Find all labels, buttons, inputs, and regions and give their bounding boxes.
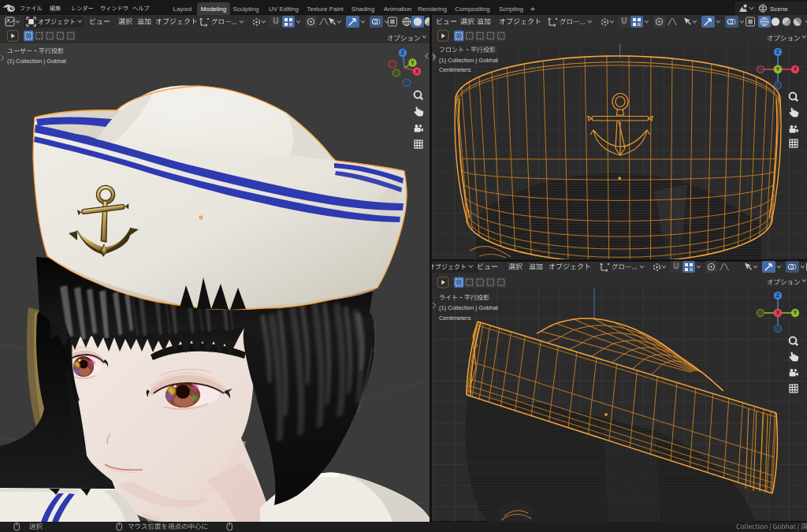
svg-text:(1) Collection | Gobhat: (1) Collection | Gobhat xyxy=(439,57,499,64)
svg-text:Rendering: Rendering xyxy=(418,6,447,13)
svg-text:Y: Y xyxy=(776,66,780,72)
svg-text:Y: Y xyxy=(794,310,798,315)
svg-text:Scene: Scene xyxy=(770,6,788,13)
svg-text:X: X xyxy=(415,69,419,74)
svg-text:X: X xyxy=(794,66,798,72)
svg-text:(1) Collection | Gobhat: (1) Collection | Gobhat xyxy=(7,58,67,65)
svg-text:Centimeters: Centimeters xyxy=(439,314,471,322)
svg-text:X: X xyxy=(776,310,780,315)
svg-text:Y: Y xyxy=(411,60,415,65)
svg-text:(1) Collection | Gobhat: (1) Collection | Gobhat xyxy=(439,304,499,311)
svg-text:Texture Paint: Texture Paint xyxy=(307,6,344,13)
svg-text:Animation: Animation xyxy=(384,6,412,13)
svg-text:UV Editing: UV Editing xyxy=(269,6,299,13)
svg-text:Layout: Layout xyxy=(173,6,192,13)
svg-text:+: + xyxy=(530,5,535,13)
svg-text:Shading: Shading xyxy=(351,6,374,13)
svg-text:Centimeters: Centimeters xyxy=(439,66,471,73)
svg-text:Z: Z xyxy=(401,50,404,55)
svg-text:Compositing: Compositing xyxy=(455,6,489,13)
svg-text:Sculpting: Sculpting xyxy=(233,6,259,13)
svg-text:Z: Z xyxy=(776,49,779,54)
svg-text:Scripting: Scripting xyxy=(499,6,523,13)
svg-text:Z: Z xyxy=(776,292,779,298)
svg-text:Modeling: Modeling xyxy=(201,6,226,13)
